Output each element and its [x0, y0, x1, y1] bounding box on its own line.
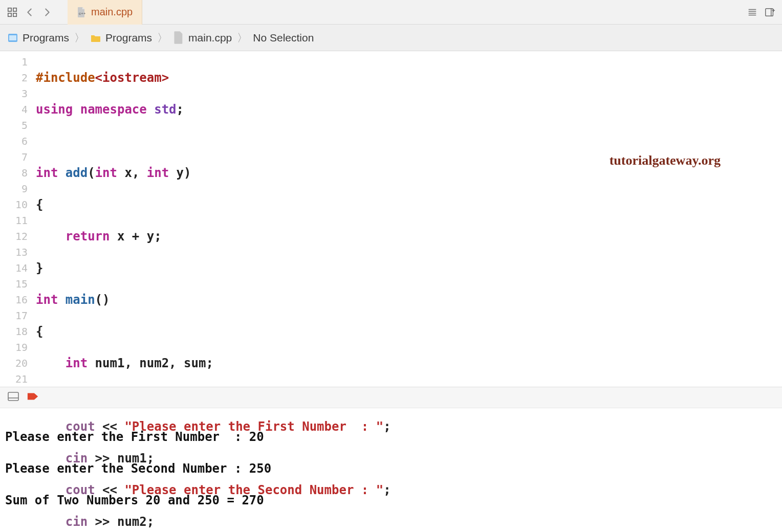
- code-editor[interactable]: 123456789101112131415161718192021 #inclu…: [0, 51, 782, 387]
- lines-icon[interactable]: [745, 5, 759, 19]
- breadcrumb-separator: 〉: [156, 31, 169, 45]
- breadcrumb-item[interactable]: Programs: [23, 32, 69, 44]
- svg-rect-9: [766, 8, 773, 16]
- nav-forward-button[interactable]: [40, 5, 54, 19]
- line-number-gutter: 123456789101112131415161718192021: [0, 51, 36, 387]
- svg-rect-2: [8, 13, 11, 16]
- svg-rect-3: [13, 13, 16, 16]
- grid-icon[interactable]: [5, 5, 19, 19]
- cpp-file-icon: [173, 32, 184, 43]
- file-tab-main[interactable]: c++ main.cpp: [68, 0, 142, 25]
- breadcrumb-separator: 〉: [236, 31, 249, 45]
- svg-rect-15: [8, 392, 18, 401]
- svg-rect-0: [8, 8, 11, 11]
- project-icon: [7, 32, 18, 43]
- cpp-file-icon: c++: [77, 7, 86, 18]
- folder-icon: [90, 32, 101, 43]
- breadcrumb-item[interactable]: main.cpp: [188, 32, 232, 44]
- tab-bar-left: c++ main.cpp: [5, 0, 142, 25]
- svg-rect-1: [13, 8, 16, 11]
- breadcrumb-item[interactable]: No Selection: [253, 32, 314, 44]
- add-panel-icon[interactable]: [763, 5, 777, 19]
- code-area[interactable]: #include<iostream> using namespace std; …: [36, 51, 782, 387]
- breadcrumb-item[interactable]: Programs: [105, 32, 152, 44]
- nav-back-button[interactable]: [23, 5, 37, 19]
- breadcrumb-separator: 〉: [73, 31, 86, 45]
- file-tab-label: main.cpp: [91, 6, 133, 18]
- svg-text:c++: c++: [79, 11, 86, 16]
- tab-bar: c++ main.cpp: [0, 0, 782, 25]
- svg-rect-14: [9, 35, 16, 40]
- watermark-text: tutorialgateway.org: [610, 152, 721, 168]
- panel-icon[interactable]: [7, 391, 19, 404]
- breadcrumb: Programs 〉 Programs 〉 main.cpp 〉 No Sele…: [0, 25, 782, 51]
